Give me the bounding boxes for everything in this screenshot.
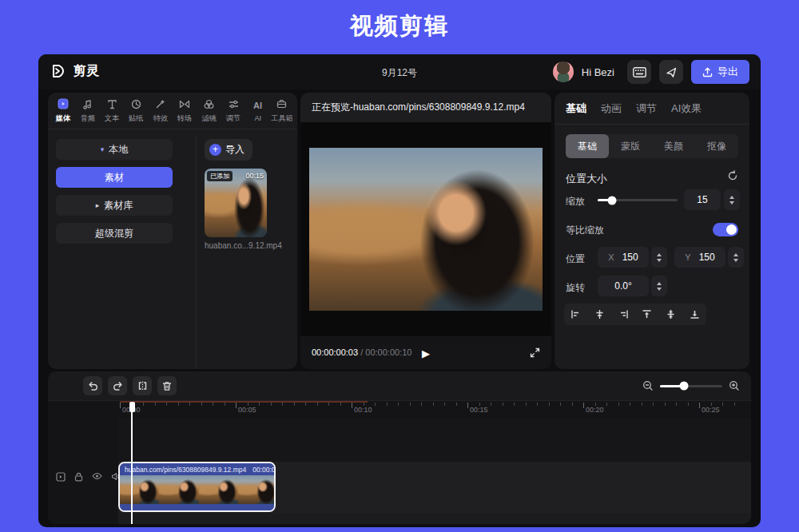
align-center-v-icon [666, 309, 676, 320]
align-center-h-button[interactable] [588, 304, 612, 325]
tab-animation[interactable]: 动画 [601, 101, 622, 116]
inspector-panel: 基础 动画 调节 AI效果 基础 蒙版 美颜 抠像 位置大小 缩放 [555, 93, 749, 369]
lock-icon[interactable] [74, 472, 83, 482]
playhead[interactable] [131, 402, 133, 524]
keyboard-icon [633, 67, 646, 77]
timeline-zoom-knob[interactable] [679, 382, 688, 391]
thumbnail-filename: huaban.co...9.12.mp4 [205, 241, 292, 250]
reset-icon [727, 170, 738, 181]
uniform-scale-label: 等比缩放 [566, 224, 604, 237]
tab-ai-effects[interactable]: AI效果 [671, 101, 702, 116]
nav-local[interactable]: ▾ 本地 [56, 139, 173, 160]
panel-divider [196, 136, 197, 369]
timeline-tracks: huaban.com/pins/6308809849.9.12.mp4 00:0… [48, 418, 751, 524]
playhead-grip[interactable] [129, 402, 135, 412]
scale-slider-knob[interactable] [608, 196, 617, 204]
delete-button[interactable] [157, 376, 177, 395]
share-button[interactable] [659, 60, 683, 84]
tab-filter[interactable]: 滤镜 [197, 93, 221, 129]
empty-track[interactable] [118, 513, 751, 524]
added-badge: 已添加 [207, 171, 233, 181]
preview-viewport[interactable] [300, 123, 551, 335]
thumbnail-duration: 00:15 [245, 172, 264, 180]
align-top-button[interactable] [635, 304, 659, 325]
position-x-input[interactable]: X150 [598, 247, 649, 268]
upload-icon [702, 67, 713, 77]
export-label: 导出 [718, 65, 738, 79]
preview-video-frame[interactable] [309, 148, 543, 311]
inspector-tab-bar: 基础 动画 调节 AI效果 [555, 93, 749, 125]
timeline-zoom-slider[interactable] [660, 385, 722, 387]
tab-effects[interactable]: 特效 [149, 93, 173, 129]
position-x-stepper[interactable] [651, 247, 667, 268]
timeline-toolbar [48, 371, 751, 400]
tab-audio[interactable]: 音频 [75, 93, 99, 129]
media-thumbnail[interactable]: 已添加 00:15 [205, 169, 267, 237]
segment-beauty[interactable]: 美颜 [652, 134, 695, 158]
eye-icon[interactable] [92, 472, 102, 482]
trash-icon [162, 381, 172, 391]
tab-sticker[interactable]: 贴纸 [124, 93, 148, 129]
zoom-out-icon[interactable] [642, 380, 654, 391]
user-greeting: Hi Bezi [582, 66, 614, 78]
scale-label: 缩放 [566, 195, 585, 208]
user-avatar[interactable] [553, 62, 574, 82]
segment-keying[interactable]: 抠像 [695, 134, 738, 158]
tab-toolbox[interactable]: 工具箱 [270, 93, 294, 129]
position-y-input[interactable]: Y150 [674, 247, 725, 268]
split-button[interactable] [133, 376, 152, 395]
align-center-v-button[interactable] [659, 304, 683, 325]
position-label: 位置 [566, 252, 585, 266]
nav-material[interactable]: 素材 [56, 167, 173, 188]
scale-slider[interactable] [598, 199, 678, 201]
track-header [48, 418, 118, 524]
media-panel: 媒体 音频 文本 贴纸 [48, 93, 297, 369]
tab-adjustment[interactable]: 调节 [636, 101, 657, 116]
nav-material-library[interactable]: ▸ 素材库 [56, 195, 173, 216]
segment-basic[interactable]: 基础 [566, 134, 609, 158]
timeline-clip[interactable]: huaban.com/pins/6308809849.9.12.mp4 00:0… [118, 462, 276, 512]
export-button[interactable]: 导出 [691, 60, 749, 84]
chevron-up-icon [657, 253, 662, 256]
import-button[interactable]: + 导入 [205, 139, 252, 161]
fullscreen-button[interactable] [530, 347, 540, 358]
zoom-in-icon[interactable] [729, 380, 740, 391]
reset-button[interactable] [727, 170, 738, 181]
rotate-input[interactable]: 0.0° [598, 276, 649, 296]
uniform-scale-toggle[interactable] [713, 223, 738, 236]
send-icon [666, 66, 678, 78]
alignment-toolbar [564, 304, 706, 325]
align-right-icon [618, 309, 629, 320]
position-y-stepper[interactable] [728, 247, 744, 268]
page-title: 视频剪辑 [0, 10, 799, 42]
preview-panel: 正在预览-huaban.com/pins/6308809849.9.12.mp4… [300, 93, 551, 369]
tab-adjust[interactable]: 调节 [221, 93, 245, 129]
redo-button[interactable] [108, 376, 127, 395]
timeline-ruler[interactable]: 00:00 00:05 00:10 00:15 00:20 00:25 [48, 400, 751, 418]
scale-stepper[interactable] [724, 189, 740, 210]
split-icon [137, 381, 148, 391]
play-button[interactable]: ▶ [422, 347, 430, 359]
position-size-title: 位置大小 [566, 172, 607, 186]
nav-super-mix[interactable]: 超级混剪 [56, 223, 173, 244]
scale-value-input[interactable]: 15 [684, 189, 721, 210]
tab-basic[interactable]: 基础 [566, 101, 586, 116]
align-bottom-button[interactable] [682, 304, 706, 325]
audio-icon [81, 98, 93, 110]
segment-mask[interactable]: 蒙版 [609, 134, 652, 158]
align-right-button[interactable] [611, 304, 635, 325]
align-left-button[interactable] [564, 304, 588, 325]
align-left-icon [570, 309, 581, 320]
undo-icon [88, 381, 98, 391]
chevron-down-icon [729, 201, 734, 204]
align-center-h-icon [594, 309, 605, 320]
tab-media[interactable]: 媒体 [51, 93, 75, 129]
shortcuts-button[interactable] [627, 60, 651, 84]
tab-text[interactable]: 文本 [100, 93, 124, 129]
tab-ai[interactable]: AI AI [245, 93, 269, 129]
current-time: 00:00:00:03 [312, 347, 358, 357]
undo-button[interactable] [83, 376, 102, 395]
rotate-stepper[interactable] [651, 276, 667, 296]
tab-transition[interactable]: 转场 [173, 93, 197, 129]
text-icon [106, 98, 118, 110]
